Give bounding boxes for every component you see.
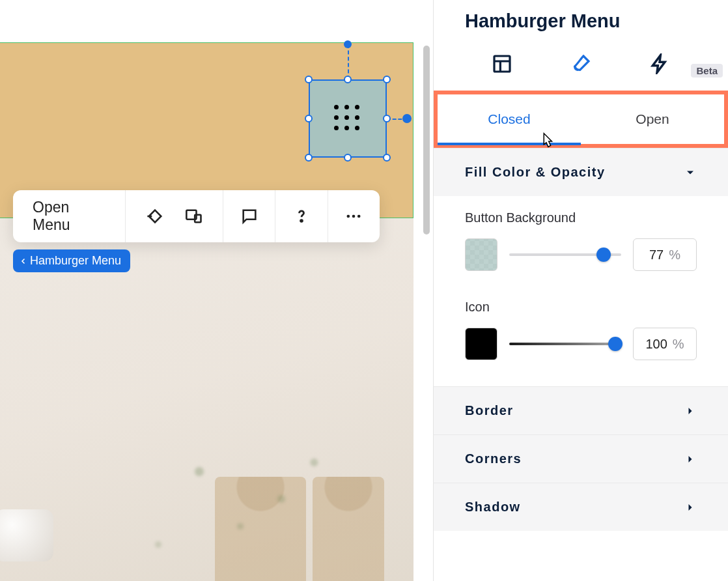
decor-basket [313,477,384,581]
resize-handle[interactable] [383,154,391,162]
canvas-scrollbar[interactable] [423,46,430,234]
section-label: Corners [465,451,522,466]
section-shadow[interactable]: Shadow [434,483,728,531]
tab-layout[interactable] [491,53,513,75]
state-tabs-highlight: Closed Open [434,91,728,148]
brush-icon [570,53,591,74]
section-fill-opacity[interactable]: Fill Color & Opacity [434,148,728,196]
slider-thumb[interactable] [596,248,611,262]
more-icon[interactable] [344,207,363,225]
resize-handle[interactable] [305,115,313,122]
opacity-value: 100 [645,337,667,352]
element-toolbar: Open Menu [13,190,380,242]
tab-open[interactable]: Open [581,94,724,144]
tab-design[interactable] [570,53,592,75]
panel-title: Hamburger Menu [434,0,728,38]
chevron-down-icon [684,166,697,179]
section-border[interactable]: Border [434,386,728,434]
resize-handle[interactable] [305,76,313,83]
color-swatch-button-bg[interactable] [465,238,497,271]
chevron-right-icon [684,453,697,466]
fill-opacity-body: Button Background 77 % Icon 100 % [434,196,728,386]
extend-handle[interactable] [402,114,412,123]
chevron-right-icon [684,404,697,418]
color-swatch-icon[interactable] [465,328,497,360]
selected-element[interactable] [309,79,387,158]
decor-pillow [0,509,53,561]
section-label: Border [465,403,514,418]
help-icon[interactable] [292,207,311,225]
decor-basket [215,477,306,581]
resize-handle[interactable] [305,154,313,162]
rotation-guide [348,44,349,79]
opacity-unit: % [673,337,684,352]
lightning-icon [649,53,670,74]
opacity-slider-icon[interactable] [509,343,621,345]
svg-point-5 [357,215,361,218]
tab-closed[interactable]: Closed [438,94,581,144]
chevron-right-icon [684,501,697,514]
rotation-handle[interactable] [344,40,352,48]
resize-handle[interactable] [344,154,352,162]
chevron-left-icon [20,257,27,265]
opacity-unit: % [669,248,680,262]
open-menu-button[interactable]: Open Menu [13,190,125,242]
hamburger-button-preview[interactable] [309,79,387,158]
slider-thumb[interactable] [608,337,623,351]
opacity-slider-button-bg[interactable] [509,253,621,256]
panel-mode-tabs [434,38,728,89]
beta-badge: Beta [691,64,723,78]
section-label: Shadow [465,500,521,515]
comment-icon[interactable] [240,207,259,225]
svg-point-2 [301,220,303,222]
section-label: Fill Color & Opacity [465,165,606,180]
svg-point-3 [347,215,350,218]
tab-interactions[interactable] [649,53,671,75]
opacity-value: 77 [649,248,664,262]
resize-handle[interactable] [383,76,391,83]
resize-handle[interactable] [383,115,391,122]
animation-icon[interactable] [146,207,164,225]
resize-handle[interactable] [344,76,352,83]
opacity-input-icon[interactable]: 100 % [633,328,697,360]
svg-rect-6 [494,56,510,72]
design-panel: Hamburger Menu Beta Closed Open Fill Col… [433,0,728,581]
responsive-icon[interactable] [185,207,203,225]
section-corners[interactable]: Corners [434,434,728,483]
breadcrumb-label: Hamburger Menu [30,254,121,268]
svg-point-4 [352,215,356,218]
layout-icon [492,53,512,74]
grid-icon [334,105,361,132]
field-label-icon: Icon [465,300,697,315]
editor-canvas[interactable]: Open Menu Hamburger Menu [0,0,433,581]
field-label-button-bg: Button Background [465,210,697,225]
opacity-input-button-bg[interactable]: 77 % [633,238,697,271]
breadcrumb[interactable]: Hamburger Menu [13,249,130,272]
